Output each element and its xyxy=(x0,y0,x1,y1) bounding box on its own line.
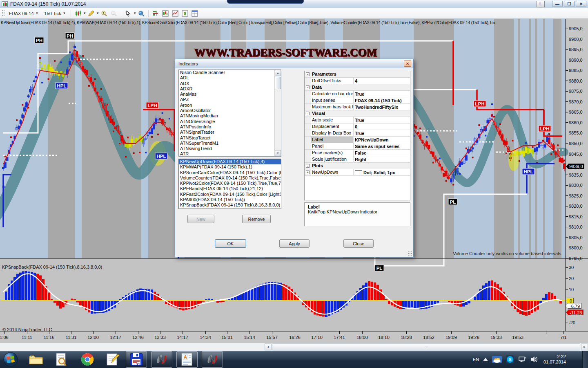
scroll-left-button[interactable]: ◄ xyxy=(265,343,272,350)
indicator-list-item[interactable]: APZ xyxy=(179,97,281,102)
applied-indicator-item[interactable]: VolumeCounter(FDAX 09-14 (150 Tick),True… xyxy=(179,175,281,181)
grid-property-row[interactable]: DotOffsetTicks4 xyxy=(305,78,410,84)
chevron-down-icon[interactable]: ▼ xyxy=(133,11,136,15)
applied-indicator-item[interactable]: KPFast2Color(FDAX 09-14 (150 Tick),Color… xyxy=(179,192,281,197)
account-button[interactable]: $ xyxy=(180,9,190,18)
dialog-close-button2[interactable]: Close xyxy=(343,239,374,248)
applied-indicator-item[interactable]: KPA900(FDAX 09-14 (150 Tick)) xyxy=(179,197,281,202)
grid-property-row[interactable]: Calculate on bar closeTrue xyxy=(305,91,410,97)
horizontal-scrollbar[interactable]: ◄ ⋯ ► xyxy=(0,343,588,351)
cursor-tool-button[interactable] xyxy=(123,9,133,18)
taskbar-app-document[interactable]: A xyxy=(176,351,198,368)
applied-indicator-item[interactable]: KPEBands(FDAX 09-14 (150 Tick),21,12) xyxy=(179,186,281,191)
indicator-list-item[interactable]: ATNOrdersSingle xyxy=(179,119,281,124)
grid-property-row[interactable]: Displacement0 xyxy=(305,123,410,130)
remove-button[interactable]: Remove xyxy=(242,215,271,223)
chart-style-button[interactable] xyxy=(73,9,83,18)
applied-indicator-item[interactable]: KPSnapBack(FDAX 09-14 (150 Tick),8,16,3,… xyxy=(179,202,281,208)
line-chart-button[interactable] xyxy=(170,9,180,18)
indicator-list-item[interactable]: ADL xyxy=(179,75,281,81)
scroll-thumb[interactable] xyxy=(275,77,281,89)
indicator-list-item[interactable]: ATNMovingMedian xyxy=(179,113,281,119)
time-label: 17:10 xyxy=(311,335,323,340)
restore-button[interactable]: ❐ xyxy=(564,1,575,7)
grid-property-row[interactable]: Price marker(s)False xyxy=(305,150,410,156)
applied-indicator-item[interactable]: KPMWAP(FDAX 09-14 (150 Tick),1) xyxy=(179,164,281,170)
taskbar-chrome[interactable] xyxy=(79,352,96,367)
chevron-down-icon[interactable]: ▼ xyxy=(83,11,86,15)
taskbar-explorer[interactable] xyxy=(28,352,44,367)
indicator-list-item[interactable]: ATNPostionInfo xyxy=(179,124,281,130)
grid-panel-button[interactable] xyxy=(190,9,200,18)
draw-button[interactable] xyxy=(86,9,96,18)
network-icon[interactable] xyxy=(518,356,526,363)
grid-property-row[interactable]: Display in Data BoxTrue xyxy=(305,130,410,137)
applied-indicator-item[interactable]: KPScoreCardColor(FDAX 09-14 (150 Tick),C… xyxy=(179,170,281,175)
language-indicator[interactable]: EN xyxy=(473,357,479,362)
applied-indicators-list[interactable]: KPNewUpDown(FDAX 09-14 (150 Tick),4)KPMW… xyxy=(178,159,281,209)
grid-property-row[interactable]: LabelKPNewUpDown xyxy=(305,137,410,143)
price-tick: 9835,0 xyxy=(566,173,583,177)
properties-grid[interactable]: –ParametersDotOffsetTicks4–DataCalculate… xyxy=(304,71,410,200)
new-button[interactable]: New xyxy=(187,215,214,223)
ok-button[interactable]: OK xyxy=(215,239,246,248)
scroll-right-button[interactable]: ► xyxy=(581,343,588,350)
list-scrollbar[interactable]: ▲ ▼ xyxy=(274,70,281,156)
interval-dropdown[interactable]: 150 Tick▼ xyxy=(41,10,69,17)
taskbar-clock[interactable]: 2:22 01.07.2014 xyxy=(543,354,566,365)
tray-expand-icon[interactable] xyxy=(483,358,488,361)
taskbar-search[interactable] xyxy=(53,352,69,367)
grid-category-row[interactable]: –Visual xyxy=(305,110,410,117)
skype-icon[interactable]: S xyxy=(506,355,514,364)
scroll-down-button[interactable]: ▼ xyxy=(275,150,281,156)
indicator-list-item[interactable]: ADX xyxy=(179,81,281,86)
grid-property-row[interactable]: Maximum bars look baTwoHundredFiftySix xyxy=(305,104,410,110)
taskbar-notepad[interactable] xyxy=(105,352,121,367)
indicator-list-item[interactable]: ATNswingTrend xyxy=(179,146,281,151)
taskbar-app-ninjatrader[interactable] xyxy=(151,351,172,368)
indicators-dialog[interactable]: Indicators ✕ Nison Candle ScannerADLADXA… xyxy=(175,59,414,257)
link-button[interactable]: L xyxy=(537,1,545,7)
grid-property-row[interactable]: +NewUpDownDot; Solid; 1px xyxy=(305,169,410,176)
speaker-icon[interactable] xyxy=(530,356,538,363)
taskbar-app-floppy[interactable]: 64 xyxy=(126,351,147,368)
show-desktop-button[interactable] xyxy=(582,351,588,368)
scroll-thumb[interactable]: ⋯ xyxy=(272,343,580,350)
apply-button[interactable]: Apply xyxy=(279,239,310,248)
grid-property-row[interactable]: Input seriesFDAX 09-14 (150 Tick) xyxy=(305,97,410,104)
taskbar-app-ninjatrader2[interactable] xyxy=(202,351,223,368)
instrument-dropdown[interactable]: FDAX 09-14▼ xyxy=(6,10,41,17)
grid-property-row[interactable]: PanelSame as input series xyxy=(305,143,410,150)
indicator-list-item[interactable]: ATNStopTarget xyxy=(179,135,281,141)
grid-category-row[interactable]: –Plots xyxy=(305,163,410,169)
indicator-list-item[interactable]: ADXR xyxy=(179,86,281,92)
grid-category-row[interactable]: –Parameters xyxy=(305,71,410,78)
indicator-list-item[interactable]: AroonOscillator xyxy=(179,108,281,113)
indicator-list-item[interactable]: Aroon xyxy=(179,103,281,108)
zoom-in-button[interactable] xyxy=(99,9,109,18)
applied-indicator-item[interactable]: KPNewUpDown(FDAX 09-14 (150 Tick),4) xyxy=(179,159,281,164)
dialog-titlebar[interactable]: Indicators ✕ xyxy=(175,59,413,68)
dialog-close-button[interactable]: ✕ xyxy=(404,61,411,67)
data-box-button[interactable] xyxy=(136,9,146,18)
available-indicators-list[interactable]: Nison Candle ScannerADLADXADXRAnaMasAPZA… xyxy=(178,70,281,157)
resize-grip[interactable] xyxy=(408,251,412,256)
applied-indicator-item[interactable]: KPPivot2Color(FDAX 09-14 (150 Tick),True… xyxy=(179,181,281,186)
weather-cloud-icon[interactable] xyxy=(492,356,502,363)
chart-window-button[interactable] xyxy=(160,9,170,18)
toolbar-grip[interactable] xyxy=(2,10,4,17)
indicator-list-item[interactable]: Nison Candle Scanner xyxy=(179,70,281,75)
market-depth-button[interactable] xyxy=(151,9,160,18)
grid-category-row[interactable]: –Data xyxy=(305,84,410,91)
scroll-up-button[interactable]: ▲ xyxy=(275,70,281,76)
minimize-button[interactable]: ▬ xyxy=(552,1,563,7)
start-button[interactable] xyxy=(2,352,19,367)
indicator-list-item[interactable]: ATNSignalTrader xyxy=(179,130,281,135)
grid-property-row[interactable]: Auto scaleTrue xyxy=(305,117,410,123)
indicator-list-item[interactable]: ATR xyxy=(179,151,281,157)
grid-property-row[interactable]: Scale justificationRight xyxy=(305,156,410,163)
close-button[interactable]: ✕ xyxy=(576,1,586,7)
chevron-down-icon[interactable]: ▼ xyxy=(96,11,99,15)
indicator-list-item[interactable]: AnaMas xyxy=(179,92,281,97)
indicator-list-item[interactable]: ATNSuperTrendM1 xyxy=(179,141,281,146)
